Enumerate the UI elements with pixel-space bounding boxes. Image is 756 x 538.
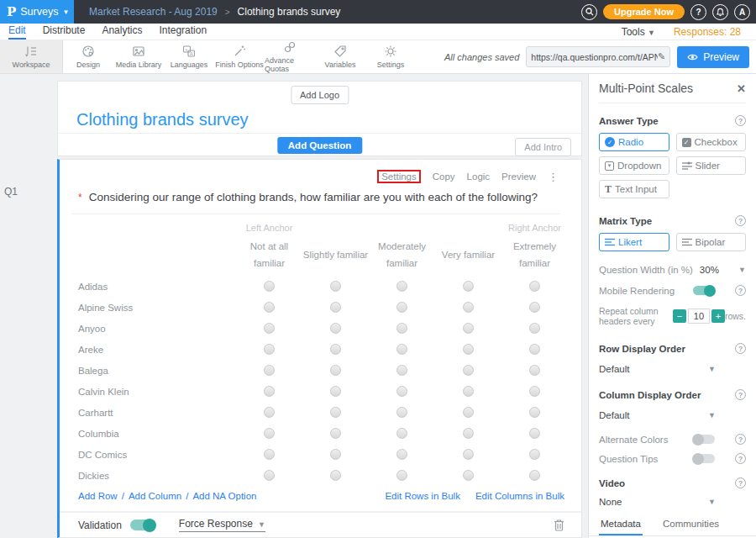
user-avatar[interactable]: A bbox=[734, 4, 750, 20]
tab-edit[interactable]: Edit bbox=[8, 24, 26, 40]
column-header[interactable]: Slightly familiar bbox=[302, 247, 369, 264]
toolbar-item-settings[interactable]: Settings bbox=[365, 40, 416, 73]
toolbar-item-languages[interactable]: xA Languages bbox=[164, 40, 214, 73]
toolbar-item-design[interactable]: Design bbox=[63, 40, 113, 73]
radio-option[interactable] bbox=[264, 407, 275, 418]
question-settings-link[interactable]: Settings bbox=[377, 170, 421, 183]
radio-option[interactable] bbox=[396, 365, 407, 376]
left-anchor-label[interactable]: Left Anchor bbox=[236, 223, 302, 233]
help-icon[interactable]: ? bbox=[735, 215, 746, 226]
radio-option[interactable] bbox=[264, 281, 275, 292]
breadcrumb-folder[interactable]: Market Research - Aug 2019 bbox=[89, 6, 218, 18]
row-label[interactable]: Alpine Swiss bbox=[71, 303, 236, 313]
column-header[interactable]: Very familiar bbox=[435, 247, 501, 264]
delete-question-button[interactable] bbox=[554, 519, 564, 531]
radio-option[interactable] bbox=[264, 302, 275, 313]
radio-option[interactable] bbox=[330, 302, 341, 313]
radio-option[interactable] bbox=[463, 428, 474, 439]
radio-option[interactable] bbox=[463, 470, 474, 481]
radio-option[interactable] bbox=[529, 470, 540, 481]
question-tips-toggle[interactable] bbox=[693, 454, 715, 463]
alternate-colors-toggle[interactable] bbox=[693, 435, 715, 444]
radio-option[interactable] bbox=[463, 449, 474, 460]
answer-type-text-input[interactable]: T Text Input bbox=[599, 180, 669, 198]
repeat-headers-value[interactable]: 10 bbox=[688, 309, 710, 324]
radio-option[interactable] bbox=[529, 281, 540, 292]
add-question-button[interactable]: Add Question bbox=[277, 137, 362, 154]
question-preview-link[interactable]: Preview bbox=[501, 171, 536, 182]
radio-option[interactable] bbox=[463, 281, 474, 292]
radio-option[interactable] bbox=[264, 344, 275, 355]
radio-option[interactable] bbox=[529, 323, 540, 334]
row-label[interactable]: Calvin Klein bbox=[71, 387, 236, 397]
radio-option[interactable] bbox=[529, 365, 540, 376]
radio-option[interactable] bbox=[330, 428, 341, 439]
radio-option[interactable] bbox=[330, 365, 341, 376]
radio-option[interactable] bbox=[264, 365, 275, 376]
toolbar-item-workspace[interactable]: Workspace bbox=[0, 40, 63, 73]
row-label[interactable]: DC Comics bbox=[71, 450, 236, 460]
row-label[interactable]: Carhartt bbox=[71, 408, 236, 418]
radio-option[interactable] bbox=[264, 449, 275, 460]
answer-type-slider[interactable]: Slider bbox=[676, 156, 747, 175]
help-icon[interactable]: ? bbox=[735, 285, 746, 296]
radio-option[interactable] bbox=[463, 407, 474, 418]
row-label[interactable]: Areke bbox=[71, 345, 236, 355]
column-header[interactable]: Not at all familiar bbox=[236, 239, 302, 272]
row-label[interactable]: Dickies bbox=[71, 471, 236, 481]
radio-option[interactable] bbox=[396, 449, 407, 460]
responses-count[interactable]: Responses: 28 bbox=[674, 26, 741, 38]
radio-option[interactable] bbox=[264, 386, 275, 397]
question-copy-link[interactable]: Copy bbox=[433, 171, 455, 182]
row-label[interactable]: Adidas bbox=[71, 282, 236, 292]
radio-option[interactable] bbox=[463, 365, 474, 376]
add-column-link[interactable]: Add Column bbox=[129, 491, 181, 501]
radio-option[interactable] bbox=[529, 407, 540, 418]
radio-option[interactable] bbox=[330, 449, 341, 460]
toolbar-item-media-library[interactable]: Media Library bbox=[113, 40, 164, 73]
radio-option[interactable] bbox=[396, 407, 407, 418]
radio-option[interactable] bbox=[330, 386, 341, 397]
radio-option[interactable] bbox=[330, 344, 341, 355]
column-header[interactable]: Extremely familiar bbox=[501, 239, 568, 272]
increment-button[interactable]: + bbox=[711, 309, 725, 323]
radio-option[interactable] bbox=[330, 407, 341, 418]
edit-columns-bulk-link[interactable]: Edit Columns in Bulk bbox=[475, 491, 564, 501]
answer-type-radio[interactable]: ✓ Radio bbox=[599, 133, 669, 151]
preview-button[interactable]: Preview bbox=[677, 46, 749, 68]
radio-option[interactable] bbox=[396, 470, 407, 481]
toolbar-item-advance-quotas[interactable]: Advance Quotas bbox=[265, 40, 315, 73]
edit-rows-bulk-link[interactable]: Edit Rows in Bulk bbox=[385, 491, 459, 501]
radio-option[interactable] bbox=[529, 302, 540, 313]
toolbar-item-variables[interactable]: Variables bbox=[315, 40, 365, 73]
radio-option[interactable] bbox=[396, 323, 407, 334]
add-na-option-link[interactable]: Add NA Option bbox=[192, 491, 256, 501]
toolbar-item-finish-options[interactable]: Finish Options bbox=[214, 40, 265, 73]
help-icon[interactable]: ? bbox=[735, 343, 746, 354]
add-row-link[interactable]: Add Row bbox=[78, 491, 118, 501]
help-icon[interactable]: ? bbox=[735, 115, 746, 126]
edit-url-icon[interactable]: ✎ bbox=[658, 51, 665, 62]
radio-option[interactable] bbox=[463, 323, 474, 334]
tab-communities[interactable]: Communities bbox=[661, 519, 721, 535]
radio-option[interactable] bbox=[264, 428, 275, 439]
radio-option[interactable] bbox=[330, 470, 341, 481]
radio-option[interactable] bbox=[330, 323, 341, 334]
row-display-order-dropdown[interactable]: Default ▼ bbox=[599, 364, 746, 374]
validation-toggle[interactable] bbox=[130, 520, 155, 530]
question-more-menu-icon[interactable]: ⋮ bbox=[548, 171, 558, 183]
right-anchor-label[interactable]: Right Anchor bbox=[501, 223, 568, 233]
radio-option[interactable] bbox=[396, 281, 407, 292]
column-display-order-dropdown[interactable]: Default ▼ bbox=[599, 410, 746, 420]
radio-option[interactable] bbox=[396, 386, 407, 397]
help-icon[interactable]: ? bbox=[735, 453, 746, 464]
search-button[interactable] bbox=[581, 4, 597, 20]
tab-analytics[interactable]: Analytics bbox=[102, 24, 142, 40]
radio-option[interactable] bbox=[529, 386, 540, 397]
row-label[interactable]: Columbia bbox=[71, 429, 236, 439]
question-width-dropdown[interactable]: 30% ▼ bbox=[700, 265, 746, 275]
help-icon[interactable]: ? bbox=[735, 477, 746, 488]
question-text-row[interactable]: *Considering our range of clothing brand… bbox=[71, 191, 560, 214]
tab-integration[interactable]: Integration bbox=[159, 24, 207, 40]
mobile-rendering-toggle[interactable] bbox=[693, 286, 715, 295]
